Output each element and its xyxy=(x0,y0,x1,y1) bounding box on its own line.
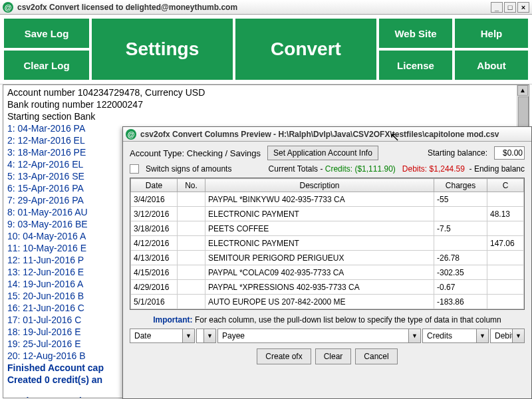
create-ofx-button[interactable]: Create ofx xyxy=(257,348,311,364)
about-button[interactable]: About xyxy=(455,51,528,80)
preview-grid: Date No. Description Charges C 3/4/2016P… xyxy=(130,178,525,310)
cell-date: 4/13/2016 xyxy=(131,251,178,265)
current-totals-label: Current Totals - xyxy=(269,164,323,174)
cell-credits xyxy=(487,280,524,295)
set-account-info-button[interactable]: Set Application Account Info xyxy=(267,146,378,160)
cell-no xyxy=(178,192,205,207)
cell-credits xyxy=(487,251,524,265)
cell-desc: PEETS COFFEE xyxy=(205,221,434,236)
cell-date: 3/12/2016 xyxy=(131,207,178,221)
chevron-down-icon: ▼ xyxy=(182,329,194,342)
scroll-up-icon[interactable]: ▲ xyxy=(517,85,528,96)
cell-credits xyxy=(487,265,524,280)
cell-date: 3/4/2016 xyxy=(131,192,178,207)
log-line: Account number 104234729478, Currency US… xyxy=(7,86,525,98)
mapper-no[interactable]: ▼ xyxy=(196,329,216,343)
log-line: Starting section Bank xyxy=(7,110,525,122)
switch-signs-checkbox[interactable] xyxy=(130,164,139,174)
table-row[interactable]: 3/18/2016PEETS COFFEE-7.5 xyxy=(131,221,524,236)
table-row[interactable]: 4/15/2016PAYPAL *COLAC09 402-935-7733 CA… xyxy=(131,265,524,280)
col-header-charges[interactable]: Charges xyxy=(434,179,487,192)
chevron-down-icon: ▼ xyxy=(203,329,215,342)
scroll-thumb[interactable] xyxy=(518,96,529,130)
chevron-down-icon: ▼ xyxy=(408,329,420,342)
minimize-button[interactable]: _ xyxy=(491,2,503,13)
cell-charges: -0.67 xyxy=(434,280,487,295)
main-title: csv2ofx Convert licensed to delighted@mo… xyxy=(17,3,491,12)
table-row[interactable]: 4/13/2016SEMITOUR PERIGORD PERIGUEUX-26.… xyxy=(131,251,524,265)
clear-log-button[interactable]: Clear Log xyxy=(4,51,89,80)
mapper-date[interactable]: Date▼ xyxy=(130,329,195,343)
col-header-no[interactable]: No. xyxy=(178,179,205,192)
cell-no xyxy=(178,265,205,280)
cell-credits: 48.13 xyxy=(487,207,524,221)
close-button[interactable]: × xyxy=(517,2,529,13)
ending-balance-label: - Ending balanc xyxy=(469,164,525,174)
cell-credits xyxy=(487,221,524,236)
cell-desc: ELECTRONIC PAYMENT xyxy=(205,207,434,221)
cell-desc: AUTO EUROPE US 207-842-2000 ME xyxy=(205,295,434,309)
cell-date: 4/15/2016 xyxy=(131,265,178,280)
mapper-credits[interactable]: Credits▼ xyxy=(422,329,489,343)
table-row[interactable]: 4/29/2016PAYPAL *XPRESSIONS 402-935-7733… xyxy=(131,280,524,295)
switch-signs-label: Switch signs of amounts xyxy=(146,164,231,174)
cell-desc: ELECTRONIC PAYMENT xyxy=(205,236,434,251)
dialog-row-1: Account Type: Checking / Savings Set App… xyxy=(130,146,525,160)
cell-charges: -7.5 xyxy=(434,221,487,236)
cell-charges: -183.86 xyxy=(434,295,487,309)
toolbar: Save Log Clear Log Settings Convert Web … xyxy=(0,15,532,84)
table-row[interactable]: 3/4/2016PAYPAL *BINKYWU 402-935-7733 CA-… xyxy=(131,192,524,207)
cancel-button[interactable]: Cancel xyxy=(355,348,397,364)
col-header-date[interactable]: Date xyxy=(131,179,178,192)
cell-credits xyxy=(487,295,524,309)
window-controls: _ □ × xyxy=(491,2,529,13)
log-line: Bank routing number 122000247 xyxy=(7,98,525,110)
cell-no xyxy=(178,221,205,236)
cell-no xyxy=(178,295,205,309)
cell-charges xyxy=(434,236,487,251)
column-mappers: Date▼ ▼ Payee▼ Credits▼ Debits▼ xyxy=(130,329,525,343)
table-row[interactable]: 4/12/2016ELECTRONIC PAYMENT147.06 xyxy=(131,236,524,251)
starting-balance-label: Starting balance: xyxy=(428,148,487,158)
mapper-debits[interactable]: Debits▼ xyxy=(490,329,525,343)
main-titlebar: @ csv2ofx Convert licensed to delighted@… xyxy=(0,0,532,15)
cell-charges: -55 xyxy=(434,192,487,207)
chevron-down-icon: ▼ xyxy=(512,329,524,342)
settings-button[interactable]: Settings xyxy=(92,19,233,80)
cell-charges: -26.78 xyxy=(434,251,487,265)
table-row[interactable]: 3/12/2016ELECTRONIC PAYMENT48.13 xyxy=(131,207,524,221)
cell-desc: PAYPAL *XPRESSIONS 402-935-7733 CA xyxy=(205,280,434,295)
table-row[interactable]: 5/1/2016AUTO EUROPE US 207-842-2000 ME-1… xyxy=(131,295,524,309)
columns-preview-dialog: @ csv2ofx Convert Columns Preview - H:\R… xyxy=(122,126,532,399)
app-icon: @ xyxy=(126,129,136,140)
important-note: Important: For each column, use the pull… xyxy=(130,315,525,325)
cell-date: 4/29/2016 xyxy=(131,280,178,295)
col-header-description[interactable]: Description xyxy=(205,179,434,192)
mapper-payee[interactable]: Payee▼ xyxy=(217,329,421,343)
cell-date: 4/12/2016 xyxy=(131,236,178,251)
chevron-down-icon: ▼ xyxy=(476,329,488,342)
cell-credits: 147.06 xyxy=(487,236,524,251)
dialog-title: csv2ofx Convert Columns Preview - H:\Ral… xyxy=(140,130,529,139)
col-header-credits[interactable]: C xyxy=(487,179,524,192)
starting-balance-input[interactable] xyxy=(494,146,525,160)
license-button[interactable]: License xyxy=(379,51,452,80)
cell-desc: PAYPAL *COLAC09 402-935-7733 CA xyxy=(205,265,434,280)
clear-button[interactable]: Clear xyxy=(315,348,352,364)
dialog-titlebar: @ csv2ofx Convert Columns Preview - H:\R… xyxy=(123,127,531,142)
cell-charges: -302.35 xyxy=(434,265,487,280)
cell-date: 5/1/2016 xyxy=(131,295,178,309)
cell-no xyxy=(178,207,205,221)
save-log-button[interactable]: Save Log xyxy=(4,19,89,48)
debits-total: Debits: $1,244.59 xyxy=(402,164,465,174)
help-button[interactable]: Help xyxy=(455,19,528,48)
account-type-label: Account Type: Checking / Savings xyxy=(130,148,261,158)
maximize-button[interactable]: □ xyxy=(504,2,516,13)
dialog-row-2: Switch signs of amounts Current Totals -… xyxy=(130,164,525,174)
convert-button[interactable]: Convert xyxy=(235,19,376,80)
cell-desc: PAYPAL *BINKYWU 402-935-7733 CA xyxy=(205,192,434,207)
cell-date: 3/18/2016 xyxy=(131,221,178,236)
credits-total: Credits: ($1,111.90) xyxy=(325,164,396,174)
cell-desc: SEMITOUR PERIGORD PERIGUEUX xyxy=(205,251,434,265)
website-button[interactable]: Web Site xyxy=(379,19,452,48)
